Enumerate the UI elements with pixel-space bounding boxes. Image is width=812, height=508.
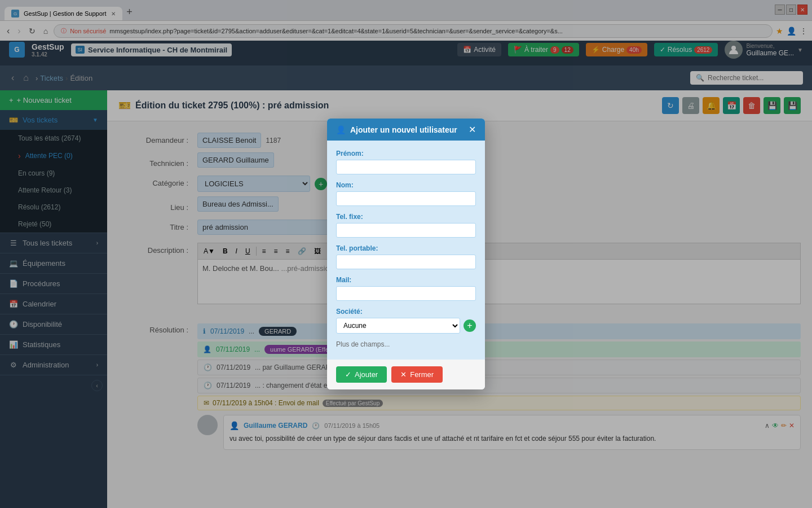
societe-label: Société: bbox=[336, 308, 476, 316]
modal-close-btn[interactable]: ✕ bbox=[469, 124, 476, 135]
modal-add-btn[interactable]: ✓ Ajouter bbox=[336, 366, 387, 383]
societe-field: Société: Aucune + bbox=[336, 308, 476, 334]
nom-input[interactable] bbox=[336, 191, 476, 206]
nom-field: Nom: bbox=[336, 181, 476, 206]
tel-fixe-field: Tel. fixe: bbox=[336, 213, 476, 238]
user-plus-icon: 👤 bbox=[336, 125, 346, 134]
nom-label: Nom: bbox=[336, 181, 476, 189]
mail-label: Mail: bbox=[336, 276, 476, 284]
tel-portable-field: Tel. portable: bbox=[336, 244, 476, 269]
mail-input[interactable] bbox=[336, 286, 476, 301]
societe-add-btn[interactable]: + bbox=[464, 319, 476, 332]
check-icon-modal: ✓ bbox=[345, 370, 351, 379]
prenom-field: Prénom: bbox=[336, 150, 476, 174]
societe-select[interactable]: Aucune bbox=[336, 318, 460, 334]
modal-header: 👤 Ajouter un nouvel utilisateur ✕ bbox=[327, 119, 485, 141]
tel-portable-label: Tel. portable: bbox=[336, 244, 476, 252]
mail-field: Mail: bbox=[336, 276, 476, 301]
modal-close-footer-btn[interactable]: ✕ Fermer bbox=[391, 366, 443, 383]
x-icon-modal: ✕ bbox=[400, 370, 407, 379]
modal: 👤 Ajouter un nouvel utilisateur ✕ Prénom… bbox=[327, 119, 485, 389]
more-fields-link[interactable]: Plus de champs... bbox=[336, 340, 476, 348]
tel-portable-input[interactable] bbox=[336, 255, 476, 269]
prenom-label: Prénom: bbox=[336, 150, 476, 157]
prenom-input[interactable] bbox=[336, 160, 476, 174]
modal-title-text: Ajouter un nouvel utilisateur bbox=[350, 125, 457, 134]
modal-overlay: 👤 Ajouter un nouvel utilisateur ✕ Prénom… bbox=[0, 0, 812, 508]
tel-fixe-input[interactable] bbox=[336, 223, 476, 238]
tel-fixe-label: Tel. fixe: bbox=[336, 213, 476, 221]
